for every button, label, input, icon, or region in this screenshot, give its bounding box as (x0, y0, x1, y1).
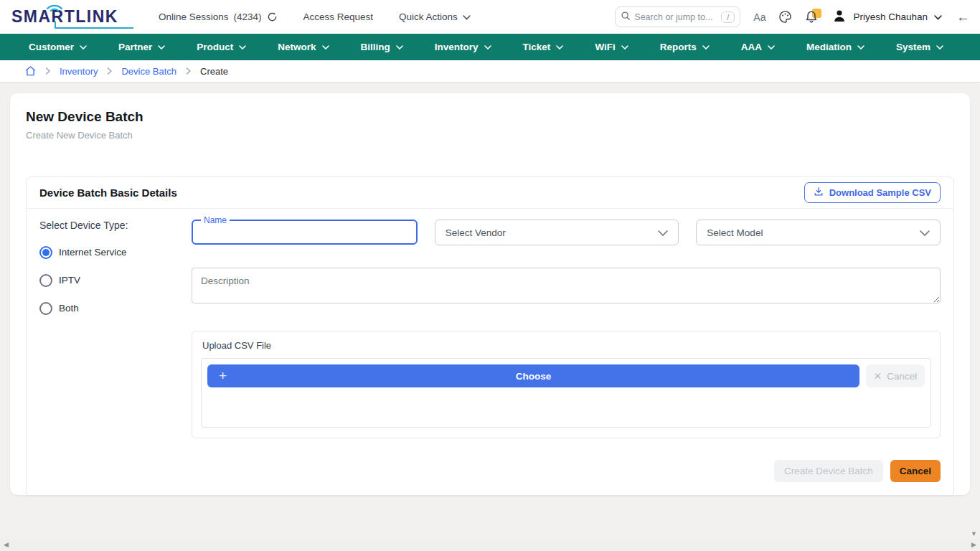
nav-item-system[interactable]: System (896, 42, 943, 52)
avatar (832, 9, 847, 25)
wifi-icon (45, 2, 64, 15)
chevron-down-icon (463, 11, 471, 22)
cancel-button[interactable]: Cancel (890, 460, 941, 482)
scroll-left-arrow[interactable]: ◀ (4, 542, 9, 548)
chevron-right-icon (45, 67, 50, 75)
breadcrumb-create: Create (200, 66, 228, 77)
model-select[interactable]: Select Model (696, 220, 941, 245)
search-shortcut-badge: / (721, 11, 735, 23)
logo-underline (55, 27, 133, 29)
upload-csv-label: Upload CSV File (201, 340, 931, 351)
page-subtitle: Create New Device Batch (26, 130, 954, 141)
nav-item-partner[interactable]: Partner (118, 42, 165, 52)
nav-item-network[interactable]: Network (278, 42, 329, 52)
chevron-down-icon (920, 227, 930, 238)
create-device-batch-button[interactable]: Create Device Batch (774, 460, 883, 482)
upload-cancel-label: Cancel (887, 371, 917, 382)
logo-text: SMARTLINK (11, 9, 118, 25)
radio-iptv[interactable]: IPTV (39, 273, 192, 287)
nav-item-reports[interactable]: Reports (660, 42, 710, 52)
smartlink-logo[interactable]: SMARTLINK (11, 9, 118, 25)
breadcrumb-inventory[interactable]: Inventory (60, 66, 98, 77)
search-box[interactable]: / (615, 6, 740, 27)
upload-dropzone[interactable]: + Choose ✕ Cancel (201, 358, 931, 428)
font-size-toggle[interactable]: Aa (753, 11, 765, 23)
online-sessions-label: Online Sessions (159, 11, 229, 22)
online-sessions[interactable]: Online Sessions (4234) (159, 11, 278, 22)
header-links: Online Sessions (4234) Access Request Qu… (159, 11, 471, 22)
page-title: New Device Batch (26, 109, 954, 125)
card-body: Select Device Type: Internet Service IPT… (27, 209, 953, 438)
top-header: SMARTLINK Online Sessions (4234) Access … (0, 0, 980, 34)
nav-item-ticket[interactable]: Ticket (523, 42, 564, 52)
device-type-group: Select Device Type: Internet Service IPT… (39, 220, 192, 438)
theme-palette-icon[interactable] (778, 10, 792, 24)
upload-csv-section: Upload CSV File + Choose ✕ Cancel (192, 331, 941, 438)
nav-item-product[interactable]: Product (197, 42, 246, 52)
name-field-label: Name (201, 215, 230, 225)
field-row: Name Select Vendor Select Model (192, 220, 941, 245)
form-actions: Create Device Batch Cancel (27, 438, 953, 496)
card-title: Device Batch Basic Details (39, 187, 177, 199)
main-nav: Customer Partner Product Network Billing… (0, 34, 980, 60)
user-name: Priyesh Chauhan (853, 11, 928, 22)
download-sample-csv-button[interactable]: Download Sample CSV (804, 182, 941, 203)
radio-both[interactable]: Both (39, 301, 192, 315)
search-icon (621, 11, 631, 24)
content-area: New Device Batch Create New Device Batch… (0, 82, 980, 495)
access-request-link[interactable]: Access Request (303, 11, 374, 22)
download-icon (814, 187, 824, 199)
radio-circle-selected (39, 246, 52, 259)
radio-circle (39, 274, 52, 287)
description-textarea[interactable] (192, 268, 941, 303)
breadcrumb-device-batch[interactable]: Device Batch (121, 66, 176, 77)
nav-item-customer[interactable]: Customer (29, 42, 87, 52)
choose-label: Choose (516, 371, 552, 382)
upload-buttons: + Choose ✕ Cancel (207, 364, 925, 387)
page-card: New Device Batch Create New Device Batch… (10, 93, 970, 495)
refresh-icon[interactable] (267, 11, 278, 22)
quick-actions-label: Quick Actions (399, 11, 458, 22)
chevron-right-icon (186, 67, 191, 75)
plus-icon: + (219, 368, 227, 384)
nav-item-mediation[interactable]: Mediation (806, 42, 864, 52)
chevron-down-icon (658, 227, 668, 238)
choose-file-button[interactable]: + Choose (207, 364, 859, 387)
back-arrow-icon[interactable]: ← (956, 9, 970, 25)
user-menu[interactable]: Priyesh Chauhan (832, 9, 942, 25)
nav-item-billing[interactable]: Billing (361, 42, 403, 52)
form-fields: Name Select Vendor Select Model (192, 220, 941, 438)
name-field: Name (192, 220, 418, 245)
search-input[interactable] (634, 12, 717, 22)
horizontal-scrollbar[interactable]: ◀ ▶ (0, 539, 980, 551)
card-header: Device Batch Basic Details Download Samp… (27, 177, 953, 209)
vendor-select[interactable]: Select Vendor (435, 220, 679, 245)
upload-cancel-button[interactable]: ✕ Cancel (866, 364, 925, 387)
breadcrumb: Inventory Device Batch Create (0, 60, 980, 82)
home-icon[interactable] (25, 66, 36, 76)
scroll-right-arrow[interactable]: ▶ (971, 542, 976, 548)
nav-item-wifi[interactable]: WiFi (595, 42, 628, 52)
nav-item-inventory[interactable]: Inventory (435, 42, 491, 52)
scroll-down-arrow[interactable]: ▼ (971, 530, 977, 537)
chevron-down-icon (934, 11, 942, 22)
notifications-bell-icon[interactable] (805, 10, 819, 24)
header-actions: / Aa Priyesh Chau (615, 6, 970, 27)
chevron-right-icon (107, 67, 112, 75)
radio-circle (39, 302, 52, 315)
close-icon: ✕ (874, 370, 882, 382)
download-label: Download Sample CSV (829, 187, 931, 198)
online-sessions-count: (4234) (234, 11, 262, 22)
device-batch-details-card: Device Batch Basic Details Download Samp… (26, 176, 954, 497)
radio-internet-service[interactable]: Internet Service (39, 245, 192, 259)
device-type-label: Select Device Type: (39, 220, 192, 231)
quick-actions-menu[interactable]: Quick Actions (399, 11, 471, 22)
nav-item-aaa[interactable]: AAA (741, 42, 775, 52)
